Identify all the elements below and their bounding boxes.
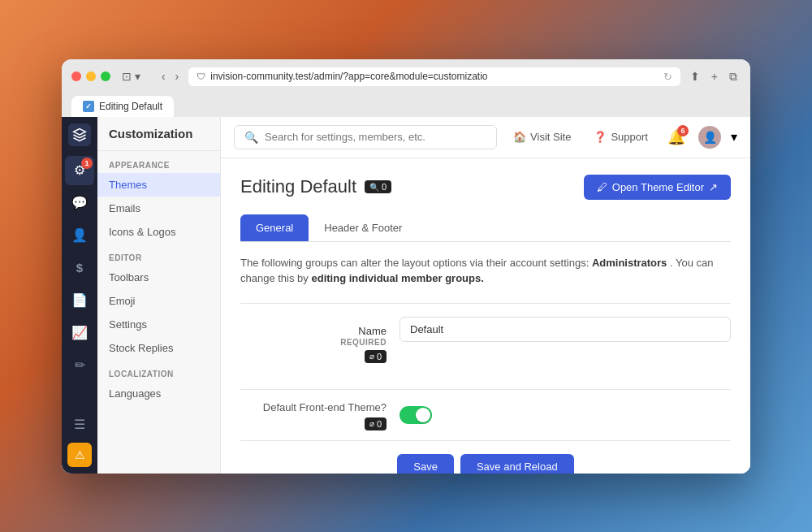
menu-icon: ☰: [74, 417, 85, 432]
avatar[interactable]: 👤: [698, 126, 721, 149]
name-badge-count: 0: [377, 352, 382, 361]
search-small-icon: 🔍: [369, 183, 379, 192]
sidebar-warning-icon[interactable]: ⚠: [67, 443, 92, 467]
nav-sidebar: Customization APPEARANCE Themes Emails I…: [97, 117, 221, 474]
toggle-badge: ⌀ 0: [365, 417, 387, 430]
browser-actions: ⬆ + ⧉: [687, 68, 741, 85]
reload-icon[interactable]: ↻: [663, 71, 672, 83]
user-menu-chevron[interactable]: ▾: [731, 129, 737, 145]
nav-section-editor: EDITOR: [97, 244, 220, 266]
search-box[interactable]: 🔍: [234, 125, 497, 149]
external-link-icon: ↗: [709, 181, 718, 193]
badge-count: 0: [382, 182, 387, 192]
tab-bar: General Header & Footer: [240, 214, 731, 242]
name-label-col: Name REQUIRED ⌀ 0: [240, 317, 387, 363]
tab-header-footer[interactable]: Header & Footer: [309, 214, 417, 241]
nav-item-settings[interactable]: Settings: [97, 313, 220, 336]
nav-item-emails[interactable]: Emails: [97, 197, 220, 220]
page-content: Editing Default 🔍 0 🖊 Open Theme Editor …: [221, 158, 750, 474]
sidebar-item-menu[interactable]: ☰: [65, 410, 94, 439]
editor-icon: 🖊: [597, 181, 607, 193]
logo-icon: [72, 128, 87, 142]
toggle-badge-count: 0: [377, 419, 382, 429]
nav-item-icons-logos[interactable]: Icons & Logos: [97, 220, 220, 244]
users-icon: 👤: [71, 227, 88, 243]
nav-section-appearance: APPEARANCE: [97, 151, 220, 173]
share-icon[interactable]: ⬆: [687, 68, 703, 84]
home-icon: 🏠: [513, 131, 526, 143]
search-icon: 🔍: [244, 131, 258, 144]
commerce-icon: $: [76, 261, 83, 275]
tab-favicon: ✓: [83, 101, 94, 112]
sidebar-toggle-button[interactable]: ⊡ ▾: [117, 68, 145, 84]
page-title: Editing Default: [240, 176, 356, 197]
settings-badge: 1: [81, 158, 93, 169]
forward-button[interactable]: ›: [172, 68, 183, 84]
main-content: 🔍 🏠 Visit Site ❓ Support 🔔 6: [221, 117, 750, 474]
edit-link[interactable]: editing individual member groups.: [311, 272, 483, 284]
nav-item-languages[interactable]: Languages: [97, 382, 220, 405]
browser-tab[interactable]: ✓ Editing Default: [71, 96, 174, 117]
nav-item-stock-replies[interactable]: Stock Replies: [97, 336, 220, 360]
save-reload-button[interactable]: Save and Reload: [460, 454, 574, 474]
support-button[interactable]: ❓ Support: [587, 128, 654, 146]
tab-overview-button[interactable]: ⧉: [726, 68, 741, 85]
toggle-input-col: [400, 406, 432, 424]
page-header: Editing Default 🔍 0 🖊 Open Theme Editor …: [240, 175, 731, 200]
browser-controls: ‹ ›: [158, 68, 182, 84]
sidebar-item-analytics[interactable]: 📈: [65, 318, 94, 348]
top-bar-actions: 🏠 Visit Site ❓ Support 🔔 6 👤 ▾: [507, 125, 737, 149]
sidebar-item-customization[interactable]: ✏: [65, 351, 94, 380]
address-text: invision-community.test/admin/?app=core&…: [210, 71, 659, 82]
toggle-badge-icon: ⌀: [369, 419, 374, 428]
toggle-thumb: [416, 408, 430, 422]
notifications-badge: 6: [677, 125, 689, 136]
top-bar: 🔍 🏠 Visit Site ❓ Support 🔔 6: [221, 117, 750, 158]
name-badge-icon: ⌀: [369, 352, 374, 361]
notifications-button[interactable]: 🔔 6: [664, 125, 689, 149]
sidebar-item-settings[interactable]: ⚙ 1: [65, 156, 94, 185]
name-input[interactable]: [400, 317, 731, 342]
page-badge: 🔍 0: [365, 180, 391, 193]
browser-tab-bar: ✓ Editing Default: [71, 93, 741, 117]
warning-icon: ⚠: [75, 448, 85, 461]
nav-item-themes[interactable]: Themes: [97, 173, 220, 197]
visit-site-button[interactable]: 🏠 Visit Site: [507, 128, 577, 146]
search-input[interactable]: [265, 131, 486, 143]
info-text-before: The following groups can alter the layou…: [240, 257, 589, 269]
traffic-lights: [71, 71, 110, 81]
app-logo[interactable]: [68, 123, 91, 146]
tab-title: Editing Default: [99, 101, 162, 112]
sidebar-item-users[interactable]: 👤: [65, 221, 94, 250]
sidebar-item-commerce[interactable]: $: [65, 253, 94, 283]
back-button[interactable]: ‹: [158, 68, 169, 84]
app-layout: ⚙ 1 💬 👤 $ 📄 📈 ✏ ☰: [62, 117, 750, 474]
browser-chrome: ⊡ ▾ ‹ › 🛡 invision-community.test/admin/…: [62, 59, 750, 117]
default-theme-toggle[interactable]: [400, 406, 432, 424]
administrators-link[interactable]: Administrators: [592, 257, 667, 269]
nav-item-emoji[interactable]: Emoji: [97, 289, 220, 313]
new-tab-button[interactable]: +: [708, 68, 721, 84]
name-form-row: Name REQUIRED ⌀ 0: [240, 317, 731, 363]
name-label: Name: [358, 325, 387, 337]
sidebar-item-content[interactable]: 📄: [65, 286, 94, 315]
nav-item-toolbars[interactable]: Toolbars: [97, 266, 220, 289]
analytics-icon: 📈: [71, 325, 88, 340]
save-button[interactable]: Save: [397, 454, 454, 474]
address-bar[interactable]: 🛡 invision-community.test/admin/?app=cor…: [188, 67, 680, 86]
browser-window: ⊡ ▾ ‹ › 🛡 invision-community.test/admin/…: [62, 59, 750, 474]
form-actions: Save Save and Reload: [240, 440, 731, 474]
tab-general[interactable]: General: [240, 214, 309, 241]
name-required: REQUIRED: [240, 338, 387, 347]
open-theme-editor-button[interactable]: 🖊 Open Theme Editor ↗: [584, 175, 731, 200]
customization-icon: ✏: [75, 357, 85, 373]
form-section: Name REQUIRED ⌀ 0: [240, 303, 731, 389]
toggle-label-col: Default Front-end Theme? ⌀ 0: [240, 400, 387, 430]
sidebar-item-chat[interactable]: 💬: [65, 188, 94, 218]
content-icon: 📄: [71, 292, 88, 308]
chat-icon: 💬: [71, 195, 88, 210]
info-text: The following groups can alter the layou…: [240, 255, 731, 287]
minimize-button[interactable]: [86, 71, 96, 81]
close-button[interactable]: [71, 71, 81, 81]
maximize-button[interactable]: [101, 71, 110, 81]
